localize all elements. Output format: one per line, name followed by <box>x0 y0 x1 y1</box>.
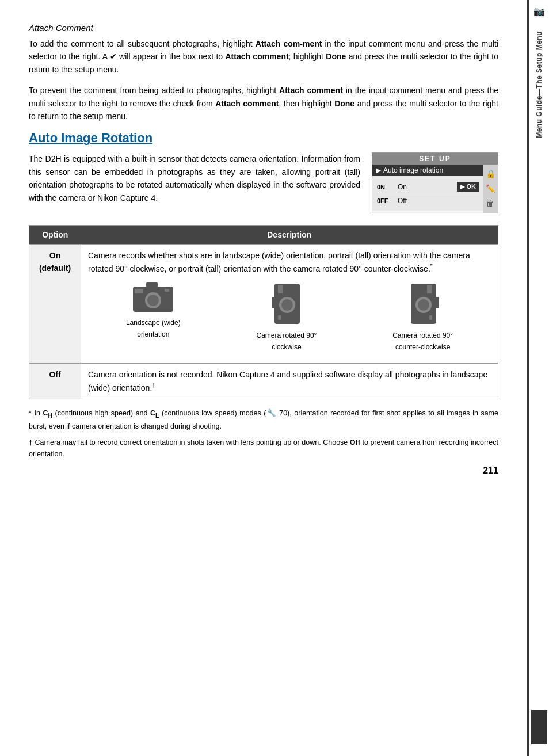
camera-menu-header: SET UP <box>372 153 498 165</box>
option-on-description: Camera records whether shots are in land… <box>81 244 498 363</box>
camera-landscape-svg <box>130 281 176 314</box>
svg-point-3 <box>147 295 159 306</box>
svg-rect-17 <box>429 315 432 320</box>
menu-lock-icon: 🔒 <box>486 167 495 181</box>
camera-cw-label: Camera rotated 90°clockwise <box>257 330 317 352</box>
attach-comment-title: Attach Comment <box>29 23 498 33</box>
table-row-off: Off Camera orientation is not recorded. … <box>29 363 498 399</box>
camera-rotated-cw: Camera rotated 90°clockwise <box>257 281 317 352</box>
camera-ccw-svg <box>406 281 440 327</box>
main-content: Attach Comment To add the comment to all… <box>0 0 527 756</box>
svg-point-15 <box>418 299 429 311</box>
svg-rect-7 <box>272 297 277 308</box>
page-number: 211 <box>29 465 498 476</box>
auto-image-body: The D2H is equipped with a built-in sens… <box>29 152 360 204</box>
option-off-label: Off <box>29 363 81 399</box>
option-on-label: On(default) <box>29 244 81 363</box>
camera-menu-row-on: 0N On ▶ OK <box>377 180 479 194</box>
table-col-option: Option <box>29 225 81 244</box>
camera-menu-items: ▶ Auto image rotation 0N On ▶ OK <box>372 165 483 213</box>
auto-image-rotation-heading: Auto Image Rotation <box>29 131 498 146</box>
option-off-description: Camera orientation is not recorded. Niko… <box>81 363 498 399</box>
camera-rotated-ccw: Camera rotated 90°counter-clockwise <box>392 281 453 352</box>
menu-ok-on: ▶ OK <box>457 182 479 192</box>
camera-menu-box: SET UP ▶ Auto image rotation 0N On <box>372 152 498 213</box>
svg-point-9 <box>281 299 293 311</box>
camera-menu-options: 0N On ▶ OK 0FF Off <box>372 176 483 211</box>
camera-menu-row-off: 0FF Off <box>377 194 479 207</box>
camera-landscape-label: Landscape (wide)orientation <box>126 318 181 339</box>
svg-rect-4 <box>135 289 143 293</box>
svg-rect-13 <box>433 297 439 308</box>
svg-rect-16 <box>427 285 432 293</box>
camera-ccw-label: Camera rotated 90°counter-clockwise <box>392 330 453 352</box>
table-col-description: Description <box>81 225 498 244</box>
menu-arrow: ▶ <box>376 166 381 174</box>
on-description-text: Camera records whether shots are in land… <box>88 251 470 273</box>
sidebar: 📷 Menu Guide—The Setup Menu <box>527 0 549 756</box>
menu-label-off: Off <box>398 197 479 205</box>
menu-code-on: 0N <box>377 184 398 190</box>
camera-menu-body-wrapper: ▶ Auto image rotation 0N On ▶ OK <box>372 165 498 213</box>
svg-rect-11 <box>278 315 281 320</box>
svg-rect-1 <box>146 282 158 288</box>
attach-comment-para1: To add the comment to all subsequent pho… <box>29 37 498 76</box>
camera-landscape: Landscape (wide)orientation <box>126 281 181 352</box>
menu-label-on: On <box>398 183 457 191</box>
camera-menu-selected: ▶ Auto image rotation <box>372 165 483 176</box>
page-wrapper: Attach Comment To add the comment to all… <box>0 0 549 756</box>
options-table: Option Description On(default) Camera re… <box>29 225 498 399</box>
menu-trash-icon: 🗑 <box>486 196 495 211</box>
svg-rect-10 <box>278 285 283 293</box>
sidebar-bar <box>531 710 547 744</box>
sidebar-tab-label: Menu Guide—The Setup Menu <box>535 31 543 138</box>
footnote-asterisk: * In CH (continuous high speed) and CL (… <box>29 407 498 432</box>
footnote-dagger: † Camera may fail to record correct orie… <box>29 437 498 460</box>
sidebar-camera-icon: 📷 <box>533 6 545 17</box>
camera-cw-svg <box>270 281 303 327</box>
menu-pencil-icon: ✏️ <box>486 182 495 196</box>
svg-rect-5 <box>165 289 169 292</box>
camera-menu-selected-label: Auto image rotation <box>383 166 443 174</box>
menu-side-icons: 🔒 ✏️ 🗑 <box>483 165 498 213</box>
camera-images-row: Landscape (wide)orientation <box>88 281 491 352</box>
menu-code-off: 0FF <box>377 197 398 204</box>
auto-image-section: The D2H is equipped with a built-in sens… <box>29 152 498 213</box>
attach-comment-para2: To prevent the comment from being added … <box>29 84 498 123</box>
table-row-on: On(default) Camera records whether shots… <box>29 244 498 363</box>
